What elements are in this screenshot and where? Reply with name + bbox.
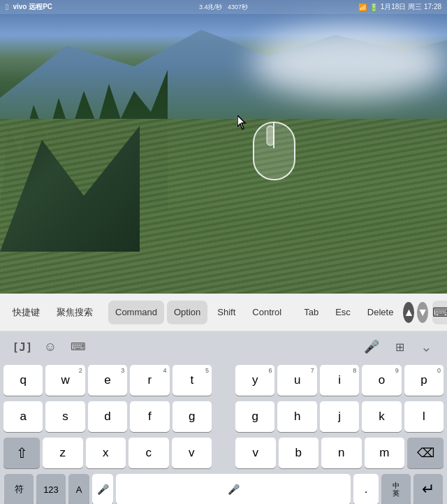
app-name: vivo 远程PC bbox=[13, 2, 52, 12]
key-return[interactable]: ↵ bbox=[413, 474, 443, 504]
key-j[interactable]: j bbox=[320, 401, 359, 432]
key-t[interactable]: t5 bbox=[173, 365, 212, 396]
key-mic-left[interactable]: 🎤 bbox=[92, 474, 113, 504]
key-row-2: a s d f g g h j k l bbox=[2, 401, 445, 432]
key-gap-3 bbox=[213, 438, 234, 468]
key-y[interactable]: y6 bbox=[235, 365, 274, 396]
menubar:  vivo 远程PC 3.4兆/秒 4307秒 📶 🔋 1月18日 周三 17… bbox=[0, 0, 447, 14]
key-d[interactable]: d bbox=[88, 401, 127, 432]
key-q[interactable]: q bbox=[3, 365, 43, 396]
key-symbols[interactable]: 符 bbox=[4, 474, 34, 504]
arrow-up-btn[interactable]: ▲ bbox=[403, 302, 414, 323]
key-lang[interactable]: 中英 bbox=[381, 474, 411, 504]
key-backspace[interactable]: ⌫ bbox=[407, 438, 444, 468]
key-v[interactable]: v bbox=[172, 438, 212, 468]
cursor-area bbox=[230, 108, 314, 192]
toolbar-strip: 快捷键 聚焦搜索 Command Option Shift Control Ta… bbox=[0, 294, 447, 331]
key-row-3: ⇧ z x c v v b n m ⌫ bbox=[2, 438, 445, 468]
focus-search-btn[interactable]: 聚焦搜索 bbox=[50, 301, 100, 324]
key-shift[interactable]: ⇧ bbox=[3, 438, 40, 468]
svg-rect-2 bbox=[267, 126, 274, 145]
key-s[interactable]: s bbox=[45, 401, 85, 432]
key-f[interactable]: f bbox=[130, 401, 169, 432]
command-btn[interactable]: Command bbox=[108, 301, 164, 324]
key-u[interactable]: u7 bbox=[277, 365, 316, 396]
key-k[interactable]: k bbox=[362, 401, 401, 432]
network-stat: 3.4兆/秒 bbox=[199, 3, 222, 12]
key-h[interactable]: h bbox=[277, 401, 316, 432]
key-w[interactable]: w2 bbox=[45, 365, 85, 396]
shift-btn[interactable]: Shift bbox=[210, 301, 242, 324]
key-dot[interactable]: . bbox=[353, 474, 379, 504]
key-rows: q w2 e3 r4 t5 y6 u7 i8 o9 p0 a s d f g g… bbox=[0, 362, 447, 504]
shortcut-btn[interactable]: 快捷键 bbox=[6, 301, 47, 324]
menubar-right: 📶 🔋 1月18日 周三 17:28 bbox=[358, 2, 441, 12]
apple-icon[interactable]:  bbox=[6, 2, 8, 12]
desktop:  vivo 远程PC 3.4兆/秒 4307秒 📶 🔋 1月18日 周三 17… bbox=[0, 0, 447, 294]
key-g[interactable]: g bbox=[173, 401, 212, 432]
key-o[interactable]: o9 bbox=[362, 365, 401, 396]
key-p[interactable]: p0 bbox=[404, 365, 444, 396]
key-numbers[interactable]: 123 bbox=[36, 474, 66, 504]
key-e[interactable]: e3 bbox=[88, 365, 127, 396]
keyboard-icons-row: [J] ☺ ⌨ 🎤 ⊞ ⌄ bbox=[0, 331, 447, 362]
wifi-icon: 📶 bbox=[358, 3, 367, 11]
key-abc[interactable]: A bbox=[68, 474, 89, 504]
key-n[interactable]: n bbox=[321, 438, 362, 468]
mic-icon[interactable]: 🎤 bbox=[358, 335, 386, 359]
grid-icon[interactable]: ⊞ bbox=[386, 335, 413, 359]
delete-btn[interactable]: Delete bbox=[360, 301, 401, 324]
key-b[interactable]: b bbox=[279, 438, 319, 468]
key-z[interactable]: z bbox=[43, 438, 83, 468]
keyboard-area: [J] ☺ ⌨ 🎤 ⊞ ⌄ q w2 e3 r4 t5 y6 u7 i8 o9 … bbox=[0, 331, 447, 504]
bracket-icon[interactable]: [J] bbox=[8, 335, 36, 359]
arrow-down-btn[interactable]: ▼ bbox=[417, 302, 428, 323]
emoji-icon[interactable]: ☺ bbox=[36, 335, 64, 359]
key-x[interactable]: x bbox=[86, 438, 126, 468]
chevron-down-icon[interactable]: ⌄ bbox=[413, 335, 439, 359]
key-i[interactable]: i8 bbox=[320, 365, 359, 396]
key-r[interactable]: r4 bbox=[130, 365, 169, 396]
key-a[interactable]: a bbox=[3, 401, 43, 432]
esc-btn[interactable]: Esc bbox=[328, 301, 358, 324]
keyboard-layout-icon[interactable]: ⌨ bbox=[64, 335, 92, 359]
key-gap-1 bbox=[213, 365, 234, 396]
battery-icon: 🔋 bbox=[369, 3, 378, 11]
key-l[interactable]: l bbox=[404, 401, 444, 432]
menubar-center: 3.4兆/秒 4307秒 bbox=[199, 3, 248, 12]
key-space-left[interactable]: 🎤 bbox=[116, 474, 351, 504]
key-row-4: 符 123 A 🎤 🎤 . 中英 ↵ bbox=[2, 474, 445, 504]
keyboard-toggle-btn[interactable]: ⌨ bbox=[432, 301, 447, 324]
control-btn[interactable]: Control bbox=[245, 301, 288, 324]
key-m[interactable]: m bbox=[365, 438, 405, 468]
tab-btn[interactable]: Tab bbox=[297, 301, 325, 324]
mouse-icon bbox=[248, 119, 300, 185]
cloud-overlay bbox=[251, 28, 447, 98]
key-v2[interactable]: v bbox=[235, 438, 276, 468]
menubar-left:  vivo 远程PC bbox=[6, 2, 52, 12]
key-row-1: q w2 e3 r4 t5 y6 u7 i8 o9 p0 bbox=[2, 365, 445, 396]
key-gap-2 bbox=[213, 401, 234, 432]
clock: 1月18日 周三 17:28 bbox=[381, 2, 441, 12]
option-btn[interactable]: Option bbox=[167, 301, 207, 324]
key-c[interactable]: c bbox=[129, 438, 169, 468]
time-stat: 4307秒 bbox=[228, 3, 248, 12]
key-g2[interactable]: g bbox=[235, 401, 274, 432]
